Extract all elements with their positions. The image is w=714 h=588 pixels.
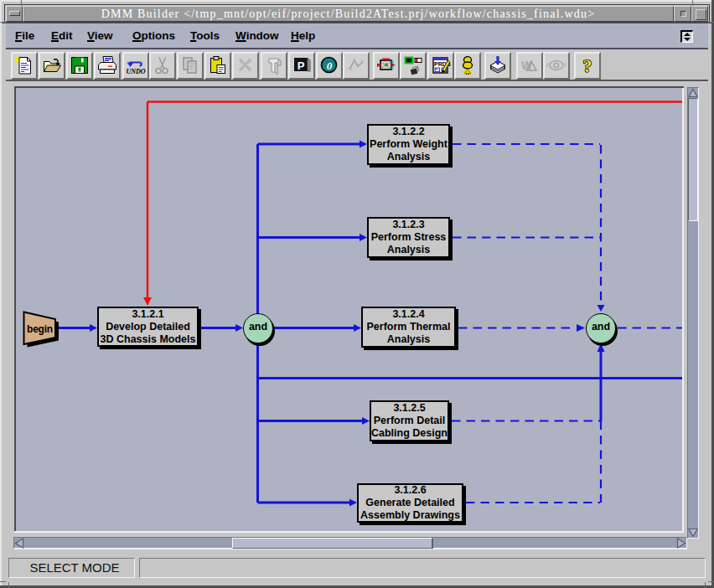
- svg-text:0: 0: [327, 59, 333, 72]
- svg-text:UNDO: UNDO: [126, 68, 145, 75]
- svg-text:?: ?: [583, 55, 592, 75]
- svg-text:P: P: [298, 59, 305, 72]
